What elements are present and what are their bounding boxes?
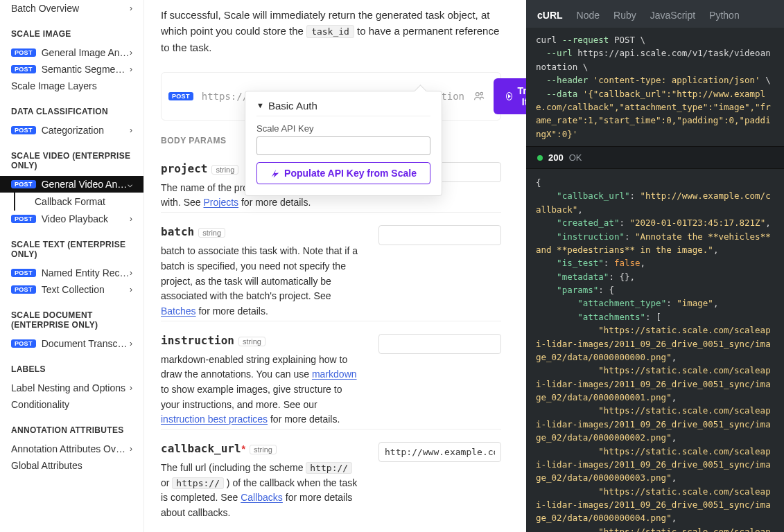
status-text: OK [569, 152, 582, 163]
param-type: string [250, 445, 277, 454]
sidebar-item[interactable]: Batch Overview› [0, 0, 143, 17]
required-marker: * [242, 443, 245, 454]
param-row: instructionstringmarkdown-enabled string… [161, 321, 501, 429]
sidebar-section-title: ANNOTATION ATTRIBUTES [0, 413, 143, 441]
chevron-icon: › [130, 383, 132, 393]
sidebar-item-label: Annotation Attributes Overview [11, 443, 130, 454]
param-input[interactable] [378, 225, 501, 245]
sidebar-item-label: Categorization [42, 125, 130, 136]
sidebar-item-label: Global Attributes [11, 460, 132, 471]
auth-popover: ▼Basic Auth Scale API Key Populate API K… [245, 91, 442, 196]
sidebar-section-title: SCALE TEXT (ENTERPRISE ONLY) [0, 227, 143, 265]
caret-down-icon[interactable]: ▼ [256, 101, 264, 109]
link[interactable]: instruction best practices [161, 414, 268, 425]
param-type: string [198, 228, 225, 238]
sidebar-item-label: Text Collection [42, 284, 130, 295]
param-name: project [161, 162, 207, 175]
chevron-icon: › [130, 125, 132, 135]
param-row: batchstringbatch to associate this task … [161, 212, 501, 320]
sidebar-item[interactable]: Label Nesting and Options› [0, 380, 143, 396]
populate-api-key-button[interactable]: Populate API Key from Scale [256, 162, 430, 184]
sidebar: Batch Overview›SCALE IMAGEPOSTGeneral Im… [0, 0, 144, 532]
sidebar-item-label: Label Nesting and Options [11, 382, 130, 393]
auth-icon[interactable] [473, 90, 485, 103]
method-badge: POST [168, 92, 193, 100]
sidebar-item[interactable]: POSTCategorization› [0, 122, 143, 139]
sidebar-item[interactable]: Scale Image Layers [0, 78, 143, 94]
sidebar-item-label: Named Entity Recognition [42, 267, 130, 278]
method-badge: POST [11, 285, 36, 294]
api-key-label: Scale API Key [256, 123, 430, 134]
sidebar-item-label: General Image Annotation [42, 47, 130, 58]
method-badge: POST [11, 48, 36, 57]
code-lang-tabs: cURLNodeRubyJavaScriptPython [526, 0, 784, 28]
response-status-bar: 200 OK [526, 146, 784, 169]
play-icon [506, 92, 512, 100]
method-badge: POST [11, 269, 36, 277]
curl-request-sample: curl --request POST \ --url https://api.… [526, 28, 784, 146]
inline-code-task-id: task_id [306, 25, 354, 38]
chevron-icon: › [130, 48, 132, 57]
sidebar-item-label: Semantic Segmentation … [42, 64, 130, 75]
sidebar-item[interactable]: Annotation Attributes Overview› [0, 441, 143, 457]
param-name: callback_url [161, 442, 241, 455]
code-tab[interactable]: cURL [537, 10, 563, 21]
method-badge: POST [11, 339, 36, 348]
chevron-icon: › [130, 268, 132, 278]
method-badge: POST [11, 215, 36, 223]
api-key-input[interactable] [256, 136, 430, 155]
chevron-icon: › [130, 444, 132, 454]
sidebar-item[interactable]: Global Attributes [0, 457, 143, 474]
code-tab[interactable]: Python [709, 10, 740, 21]
sidebar-item[interactable]: POSTText Collection› [0, 281, 143, 298]
sidebar-item[interactable]: POSTGeneral Video Annotation…⌵ [0, 176, 143, 193]
sidebar-item[interactable]: POSTSemantic Segmentation …› [0, 61, 143, 78]
param-input[interactable] [378, 334, 501, 354]
sidebar-item-label: Scale Image Layers [11, 80, 132, 91]
method-badge: POST [11, 180, 36, 188]
link[interactable]: Batches [161, 305, 196, 317]
chevron-icon: › [130, 64, 132, 74]
svg-point-0 [476, 92, 479, 96]
sidebar-item[interactable]: POSTDocument Transcription› [0, 335, 143, 352]
response-json: { "callback_url": "http://www.example.co… [526, 169, 784, 532]
code-tab[interactable]: Ruby [613, 10, 636, 21]
param-desc: batch to associate this task with. Note … [161, 244, 362, 319]
code-tab[interactable]: Node [577, 10, 600, 21]
param-input[interactable] [378, 442, 501, 462]
sidebar-section-title: SCALE IMAGE [0, 17, 143, 44]
sidebar-item[interactable]: POSTGeneral Image Annotation› [0, 44, 143, 61]
method-badge: POST [11, 126, 36, 134]
try-it-bar: POST https://api.scale.com/v1/task/video… [161, 72, 501, 121]
sidebar-item[interactable]: POSTNamed Entity Recognition› [0, 265, 143, 281]
main-content: If successful, Scale will immediately re… [144, 0, 526, 532]
link[interactable]: Projects [203, 197, 238, 208]
sidebar-item-label: Conditionality [11, 399, 132, 410]
sidebar-item[interactable]: Conditionality [0, 396, 143, 413]
code-tab[interactable]: JavaScript [650, 10, 695, 21]
link[interactable]: markdown [312, 369, 357, 380]
param-desc: markdown-enabled string explaining how t… [161, 353, 362, 427]
sidebar-item-label: Batch Overview [11, 3, 130, 14]
try-it-button[interactable]: Try It [494, 78, 526, 114]
link[interactable]: Callbacks [241, 492, 283, 503]
chevron-icon: › [130, 3, 132, 13]
sidebar-item-label: General Video Annotation… [42, 179, 128, 190]
sidebar-section-title: SCALE VIDEO (ENTERPRISE ONLY) [0, 139, 143, 176]
param-name: instruction [161, 334, 234, 347]
status-dot-icon [537, 155, 543, 161]
chevron-icon: › [130, 339, 132, 348]
chevron-icon: › [130, 285, 132, 294]
sidebar-section-title: SCALE DOCUMENT (ENTERPRISE ONLY) [0, 298, 143, 335]
code-pane: cURLNodeRubyJavaScriptPython curl --requ… [526, 0, 784, 532]
auth-popover-title: Basic Auth [268, 100, 317, 112]
intro-text: If successful, Scale will immediately re… [161, 7, 501, 55]
sidebar-item[interactable]: POSTVideo Playback› [0, 211, 143, 227]
status-code: 200 [548, 152, 564, 163]
param-name: batch [161, 225, 194, 238]
sidebar-section-title: DATA CLASSIFICATION [0, 94, 143, 122]
svg-point-1 [480, 92, 483, 95]
method-badge: POST [11, 65, 36, 73]
sidebar-subitem[interactable]: Callback Format [14, 193, 143, 211]
sidebar-item-label: Document Transcription [42, 338, 130, 349]
